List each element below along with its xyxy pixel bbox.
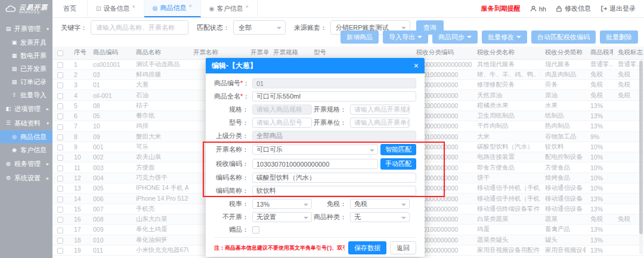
- cell-tax-rate: 13%: [586, 235, 613, 245]
- spec-field: 请输入商品规格: [252, 105, 312, 115]
- tab-bar: 首页 ⊡ 设备信息 × ◎ 商品信息 × ◉ 客户信息: [52, 0, 258, 17]
- cell-product-name: 泰化油焖笋: [131, 235, 188, 245]
- cell-product-code: 002: [88, 152, 131, 162]
- no-invoice-select[interactable]: 无设置: [252, 212, 312, 222]
- gift-checkbox[interactable]: [252, 226, 259, 234]
- invoice-spec-field[interactable]: 请输入商品开票规格: [350, 105, 410, 115]
- tab[interactable]: ⊡ 设备信息 ×: [88, 0, 144, 17]
- invoice-unit-field[interactable]: 请输入商品开票单位: [350, 118, 410, 128]
- tax-code-field[interactable]: 10303070100000000000: [252, 159, 378, 169]
- code-short-field[interactable]: 软饮料: [252, 186, 416, 196]
- model-field[interactable]: 请输入商品型号: [252, 118, 312, 128]
- back-button[interactable]: 返回: [390, 241, 416, 254]
- modal-title: 编辑-【大葱】: [212, 61, 257, 71]
- exempt-select[interactable]: 免税: [350, 199, 410, 209]
- sidebar-item[interactable]: ◍ 税务管理 ▸: [0, 156, 52, 171]
- sidebar-item[interactable]: ▣ 发票开具: [0, 36, 52, 49]
- row-checkbox[interactable]: [57, 228, 63, 234]
- tax-rate-select[interactable]: 13%: [252, 199, 312, 209]
- tab-close-icon[interactable]: ×: [188, 3, 191, 9]
- invoice-name-select[interactable]: 可口可乐: [252, 145, 378, 155]
- sidebar-item-label: 进项管理: [14, 105, 41, 113]
- row-checkbox[interactable]: [57, 176, 63, 182]
- row-checkbox[interactable]: [57, 93, 63, 99]
- scrollbar-thumb[interactable]: [639, 61, 643, 234]
- action-button[interactable]: 商品同步: [432, 30, 478, 44]
- row-checkbox[interactable]: [57, 165, 63, 171]
- sidebar-item[interactable]: ◉ 客户信息: [0, 143, 52, 156]
- logout-button[interactable]: 退出登录: [600, 4, 636, 13]
- row-checkbox[interactable]: [57, 82, 63, 88]
- cell-tax-rate: 10%: [586, 162, 613, 173]
- manual-match-button[interactable]: 手动匹配: [380, 158, 416, 170]
- row-checkbox[interactable]: [57, 217, 63, 223]
- row-checkbox[interactable]: [57, 238, 63, 244]
- tab-close-icon[interactable]: ×: [245, 4, 248, 10]
- tab-close-icon[interactable]: ×: [132, 4, 135, 10]
- row-checkbox[interactable]: [57, 124, 63, 130]
- save-button[interactable]: 保存数据: [348, 241, 386, 254]
- match-status-select[interactable]: 全部: [233, 20, 286, 35]
- cell-product-name: 桔子: [131, 100, 188, 110]
- sidebar-item[interactable]: ☰ 基础资料 ▾: [0, 116, 52, 130]
- tab-icon: ◉: [209, 5, 215, 12]
- row-checkbox[interactable]: [57, 103, 63, 109]
- modal-titlebar: 编辑-【大葱】 ×: [206, 58, 425, 73]
- cell-tax-rate: 10%: [586, 152, 613, 162]
- row-checkbox[interactable]: [57, 134, 63, 140]
- sidebar-item[interactable]: ⚙ 系统设置 ▸: [0, 171, 52, 185]
- sidebar-item[interactable]: ▤ 开票管理 ▾: [0, 22, 52, 36]
- edit-info-label: 修改信息: [565, 4, 591, 13]
- sidebar-item[interactable]: ⇪ 批量导入: [0, 88, 52, 102]
- action-button[interactable]: 导入导出: [383, 30, 428, 44]
- edit-info-button[interactable]: 修改信息: [556, 4, 591, 13]
- row-checkbox[interactable]: [57, 62, 63, 68]
- sidebar-item[interactable]: ▧ 已开发票: [0, 62, 52, 75]
- action-button[interactable]: 批量修改: [482, 30, 527, 44]
- code-name-field[interactable]: 碳酸型饮料（汽水）: [252, 173, 416, 183]
- smart-match-button[interactable]: 智能匹配: [380, 144, 416, 155]
- sidebar-item[interactable]: ◎ 商品信息: [0, 130, 52, 143]
- select-all-checkbox[interactable]: [57, 50, 63, 56]
- row-checkbox[interactable]: [57, 248, 63, 254]
- tab[interactable]: 首页: [52, 0, 88, 17]
- table-scrollbar[interactable]: [639, 60, 643, 254]
- product-kind-select[interactable]: 无: [350, 212, 410, 222]
- row-checkbox[interactable]: [57, 145, 63, 150]
- sidebar-item[interactable]: ▨ 订单记录: [0, 75, 52, 88]
- cell-product-name: 农夫山泉: [131, 152, 188, 162]
- sidebar-item-label: 已开发票: [20, 64, 47, 73]
- close-icon[interactable]: ×: [414, 62, 419, 70]
- action-button-label: 批量删除: [606, 33, 632, 42]
- column-header: 开票名称: [188, 47, 246, 59]
- product-fullname-field[interactable]: 可口可乐550ml: [252, 91, 416, 102]
- cell-seq: 4: [69, 90, 88, 100]
- row-checkbox[interactable]: [57, 113, 63, 119]
- action-button[interactable]: 自动匹配税收编码: [531, 30, 596, 44]
- action-button[interactable]: 批量删除: [600, 30, 638, 44]
- row-checkbox[interactable]: [57, 186, 63, 192]
- cell-tax-category-short: 畜禽产品: [540, 225, 586, 235]
- action-bar: 新增商品 导入导出 商品同步 批量修改 自动匹配税收编码: [340, 30, 638, 44]
- sidebar-item-icon: ◎: [11, 134, 18, 140]
- spec-label: 规格：: [214, 105, 252, 114]
- row-checkbox[interactable]: [57, 155, 63, 161]
- sidebar-item[interactable]: ▦ 数电开票: [0, 49, 52, 62]
- row-checkbox[interactable]: [57, 207, 63, 213]
- model-label: 型号：: [214, 118, 252, 127]
- tab[interactable]: ◎ 商品信息 ×: [144, 0, 201, 17]
- cell-tax-category-short: 家用音视频设备: [540, 245, 586, 255]
- row-checkbox[interactable]: [57, 72, 63, 78]
- dropdown-caret-icon: [516, 36, 521, 41]
- column-header: 开票规格: [268, 47, 309, 59]
- sidebar-item-label: 税务管理: [14, 159, 41, 168]
- keyword-input[interactable]: [91, 20, 188, 35]
- sidebar-item-label: 批量导入: [20, 91, 47, 100]
- sidebar-item[interactable]: ◧ 进项管理 ▸: [0, 102, 52, 116]
- tab[interactable]: ◉ 客户信息 ×: [201, 0, 258, 17]
- action-button[interactable]: 新增商品: [340, 30, 379, 44]
- service-expiry-notice[interactable]: 服务到期提醒: [481, 4, 521, 13]
- user-menu[interactable]: hh: [530, 5, 546, 13]
- row-checkbox[interactable]: [57, 196, 63, 202]
- sidebar-caret-icon: ▾: [47, 26, 49, 32]
